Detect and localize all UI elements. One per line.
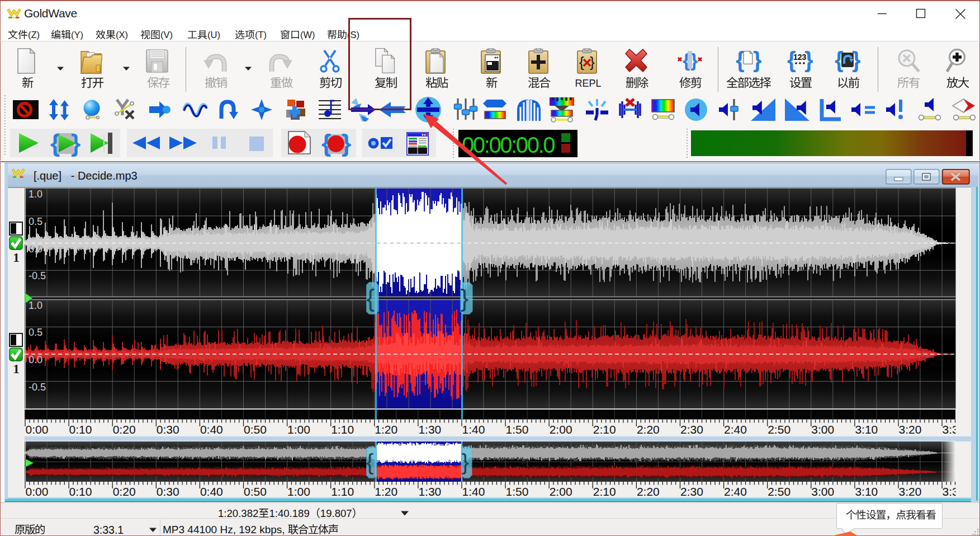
svg-text:(Y): (Y) [71,30,83,40]
svg-text:1.0: 1.0 [29,189,42,200]
svg-text:0:50: 0:50 [244,485,267,497]
svg-text:1:10: 1:10 [331,485,354,497]
svg-text:0:40: 0:40 [200,485,223,497]
svg-text:2:50: 2:50 [768,485,790,497]
svg-text:-0.5: -0.5 [29,270,46,281]
svg-text:0.0: 0.0 [29,354,42,365]
svg-text:1:50: 1:50 [506,423,529,436]
svg-text:2:40: 2:40 [724,485,747,497]
svg-text:1:00: 1:00 [287,423,310,436]
svg-text:(Z): (Z) [28,30,40,40]
svg-text:0:10: 0:10 [69,485,92,497]
svg-text:(T): (T) [255,30,267,40]
svg-text:}: } [753,48,761,72]
svg-text:1:00: 1:00 [287,485,310,497]
svg-text:1:20: 1:20 [375,485,397,497]
svg-text:2:30: 2:30 [680,423,703,436]
svg-text:1:10: 1:10 [331,423,354,436]
svg-text:0.0: 0.0 [29,243,42,255]
svg-text:2:00: 2:00 [550,485,572,497]
svg-text:0:50: 0:50 [244,423,267,436]
svg-text:0:00: 0:00 [26,423,49,436]
svg-text:2:20: 2:20 [637,485,660,497]
svg-text:(V): (V) [160,30,173,40]
svg-text:2:00: 2:00 [550,423,572,436]
svg-text:2:30: 2:30 [680,485,703,497]
svg-text:1:30: 1:30 [418,423,441,436]
svg-text:1:30: 1:30 [418,485,441,497]
svg-text:0.5: 0.5 [29,327,42,338]
svg-text:3:20: 3:20 [899,485,922,497]
svg-text:123: 123 [793,53,807,62]
svg-text:2:10: 2:10 [593,423,616,436]
svg-text:0:10: 0:10 [69,423,92,436]
svg-text:1:50: 1:50 [506,485,529,497]
svg-text:3:00: 3:00 [811,423,834,436]
svg-text:3:10: 3:10 [855,485,878,497]
svg-text:2:40: 2:40 [724,423,747,436]
svg-text:0.5: 0.5 [29,216,42,227]
svg-text:3:10: 3:10 [855,423,878,436]
svg-text:3:00: 3:00 [811,485,834,497]
svg-text:(W): (W) [300,30,315,40]
svg-text:MP3 44100 Hz, 192 kbps,: MP3 44100 Hz, 192 kbps, [163,524,285,535]
svg-text:{: { [736,48,745,72]
svg-text:0:40: 0:40 [200,423,223,436]
svg-text:0:20: 0:20 [113,423,136,436]
svg-text:1:40.189: 1:40.189 [269,507,309,519]
svg-text:(U): (U) [207,30,220,40]
svg-text:-0.5: -0.5 [29,382,46,393]
svg-text:0:00: 0:00 [26,485,49,497]
svg-text:2:20: 2:20 [637,423,660,436]
svg-text:1:40: 1:40 [462,423,485,436]
svg-text:19.807: 19.807 [320,507,352,519]
svg-text:(X): (X) [116,30,128,40]
svg-text:{: { [579,54,584,70]
svg-text:1.0: 1.0 [29,300,42,311]
svg-text:0:30: 0:30 [157,423,179,436]
svg-text:}: } [590,54,595,70]
svg-text:1:40: 1:40 [462,485,485,497]
svg-text:3:20: 3:20 [899,423,922,436]
svg-text:0:30: 0:30 [157,485,179,497]
svg-text:2:50: 2:50 [768,423,790,436]
svg-text:2:10: 2:10 [593,485,616,497]
svg-text:0:20: 0:20 [113,485,136,497]
svg-text:1:20.382: 1:20.382 [218,507,258,519]
svg-text:1:20: 1:20 [375,423,397,436]
svg-text:1: 1 [13,250,20,264]
svg-text:1: 1 [13,361,20,375]
